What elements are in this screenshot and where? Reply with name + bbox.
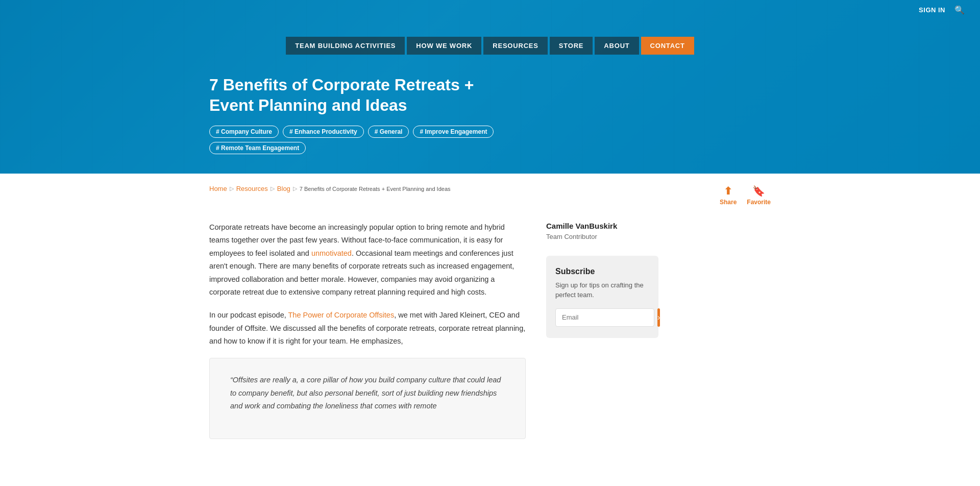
favorite-label: Favorite — [747, 199, 771, 206]
breadcrumb-blog[interactable]: Blog — [277, 185, 290, 192]
tag-general[interactable]: # General — [368, 126, 409, 138]
breadcrumb-resources[interactable]: Resources — [236, 185, 268, 192]
tag-company-culture[interactable]: # Company Culture — [209, 126, 279, 138]
search-icon[interactable]: 🔍 — [954, 5, 965, 15]
blockquote-box: “Offsites are really a, a core pillar of… — [209, 358, 526, 439]
nav-item-how-we-work[interactable]: HOW WE WORK — [407, 37, 481, 55]
author-name: Camille VanBuskirk — [546, 221, 658, 231]
sign-in-link[interactable]: SIGN IN — [919, 6, 945, 14]
tag-row-2: # Remote Team Engagement — [209, 142, 495, 154]
nav-item-contact[interactable]: CONTACT — [641, 37, 694, 55]
tag-row: # Company Culture # Enhance Productivity… — [209, 126, 495, 138]
subscribe-box: Subscribe Sign up for tips on crafting t… — [546, 256, 658, 338]
breadcrumb: Home ▷ Resources ▷ Blog ▷ 7 Benefits of … — [209, 185, 451, 192]
main-nav: TEAM BUILDING ACTIVITIES HOW WE WORK RES… — [0, 37, 980, 55]
para2-start: In our podcast episode, — [209, 311, 288, 319]
article-para-1: Corporate retreats have become an increa… — [209, 221, 526, 299]
nav-item-resources[interactable]: RESOURCES — [483, 37, 548, 55]
share-icon: ⬆ — [724, 185, 732, 197]
article-para-2: In our podcast episode, The Power of Cor… — [209, 309, 526, 348]
article-column: Corporate retreats have become an increa… — [209, 221, 526, 439]
share-label: Share — [720, 199, 737, 206]
tag-enhance-productivity[interactable]: # Enhance Productivity — [283, 126, 364, 138]
favorite-icon: 🔖 — [752, 185, 765, 197]
share-button[interactable]: ⬆ Share — [720, 185, 737, 206]
subscribe-title: Subscribe — [555, 267, 649, 276]
share-favorite: ⬆ Share 🔖 Favorite — [720, 185, 771, 206]
main-layout: Corporate retreats have become an increa… — [0, 211, 980, 459]
article-body: Corporate retreats have become an increa… — [209, 221, 526, 439]
tag-remote-team[interactable]: # Remote Team Engagement — [209, 142, 306, 154]
breadcrumb-bar: Home ▷ Resources ▷ Blog ▷ 7 Benefits of … — [0, 174, 980, 211]
unmotivated-link[interactable]: unmotivated — [311, 249, 352, 257]
sidebar-column: Camille VanBuskirk Team Contributor Subs… — [546, 221, 658, 338]
tag-improve-engagement[interactable]: # Improve Engagement — [413, 126, 494, 138]
breadcrumb-home[interactable]: Home — [209, 185, 227, 192]
breadcrumb-sep-1: ▷ — [230, 185, 234, 192]
breadcrumb-sep-2: ▷ — [271, 185, 275, 192]
subscribe-submit-button[interactable]: › — [657, 308, 660, 327]
hero-section: SIGN IN 🔍 TEAM BUILDING ACTIVITIES HOW W… — [0, 0, 980, 174]
podcast-link[interactable]: The Power of Corporate Offsites — [288, 311, 395, 319]
hero-content: 7 Benefits of Corporate Retreats + Event… — [209, 75, 495, 158]
hero-title: 7 Benefits of Corporate Retreats + Event… — [209, 75, 495, 115]
author-role: Team Contributor — [546, 233, 658, 240]
author-block: Camille VanBuskirk Team Contributor — [546, 221, 658, 240]
breadcrumb-current: 7 Benefits of Corporate Retreats + Event… — [300, 186, 451, 192]
nav-item-about[interactable]: ABOUT — [595, 37, 639, 55]
top-bar-links: SIGN IN 🔍 — [919, 5, 965, 15]
top-bar: SIGN IN 🔍 — [0, 0, 980, 20]
blockquote-text: “Offsites are really a, a core pillar of… — [230, 374, 505, 412]
email-input[interactable] — [555, 308, 654, 327]
nav-item-team-building[interactable]: TEAM BUILDING ACTIVITIES — [286, 37, 405, 55]
subscribe-desc: Sign up for tips on crafting the perfect… — [555, 280, 649, 300]
breadcrumb-sep-3: ▷ — [293, 185, 297, 192]
nav-item-store[interactable]: STORE — [550, 37, 593, 55]
favorite-button[interactable]: 🔖 Favorite — [747, 185, 771, 206]
subscribe-form: › — [555, 308, 649, 327]
